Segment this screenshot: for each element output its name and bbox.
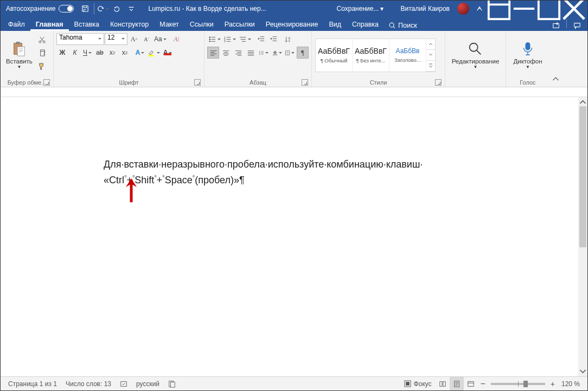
styles-launcher[interactable] [435,79,442,86]
collapse-ribbon-button[interactable] [549,73,561,85]
svg-rect-11 [41,52,45,56]
saving-status: Сохранение... [337,5,379,12]
coming-soon-icon[interactable] [472,1,487,17]
accessibility-icon[interactable] [164,377,180,390]
zoom-level[interactable]: 120 % [557,377,584,390]
spellcheck-icon[interactable] [116,377,132,390]
tab-help[interactable]: Справка [347,18,384,31]
line-spacing-button[interactable] [258,47,270,59]
align-right-button[interactable] [232,47,244,59]
zoom-in-button[interactable]: + [548,377,557,390]
read-mode-button[interactable] [436,377,450,391]
tab-design[interactable]: Конструктор [105,18,154,31]
close-button[interactable] [561,1,586,17]
font-name-select[interactable]: Tahoma [56,33,104,45]
scroll-thumb[interactable] [579,106,586,247]
tab-view[interactable]: Вид [323,18,347,31]
undo-button[interactable] [96,1,110,17]
justify-button[interactable] [245,47,257,59]
scroll-up-button[interactable] [578,97,587,106]
dictate-button[interactable]: Диктофон ▼ [510,33,545,77]
user-name[interactable]: Виталий Каиров [396,5,454,12]
shrink-font-button[interactable]: Aˇ [140,33,152,45]
text-effects-button[interactable]: A [134,47,146,59]
tab-mailings[interactable]: Рассылки [219,18,260,31]
minimize-button[interactable] [512,1,536,17]
change-case-button[interactable]: Aa [153,33,168,45]
scroll-down-button[interactable] [578,367,587,376]
clear-format-button[interactable]: A⧹ [171,33,183,45]
svg-rect-32 [468,381,474,386]
tab-file[interactable]: Файл [3,18,30,31]
italic-button[interactable]: К [69,47,81,59]
editing-button[interactable]: Редактирование ▼ [449,33,503,78]
zoom-knob[interactable] [523,381,528,387]
search-box[interactable]: Поиск [384,20,421,31]
align-left-button[interactable] [207,47,219,59]
tab-home[interactable]: Главная [30,18,69,31]
highlight-button[interactable] [146,47,161,59]
zoom-slider[interactable] [491,383,545,385]
style-no-spacing[interactable]: АаБбВвГ¶ Без инте... [353,39,389,72]
sort-button[interactable]: AZ [282,33,294,45]
svg-point-14 [209,36,210,37]
save-icon[interactable] [78,1,92,17]
saving-dd-icon[interactable]: ▾ [379,5,385,12]
qat-customize-icon[interactable] [124,1,138,17]
shading-button[interactable] [271,47,283,59]
page-viewport[interactable]: Для·вставки·неразрывного·пробела·использ… [1,97,578,376]
font-size-select[interactable]: 12 [105,33,127,45]
page-indicator[interactable]: Страница 1 из 1 [4,377,61,390]
autosave-toggle[interactable] [59,5,74,12]
indent-button[interactable] [267,33,279,45]
tab-references[interactable]: Ссылки [184,18,219,31]
styles-up[interactable] [426,39,435,50]
clipboard-launcher[interactable] [43,79,50,86]
styles-down[interactable] [426,50,435,61]
outdent-button[interactable] [255,33,267,45]
underline-button[interactable]: Ч [81,47,93,59]
tab-insert[interactable]: Вставка [69,18,105,31]
tab-review[interactable]: Рецензирование [260,18,324,31]
user-avatar[interactable] [457,3,469,15]
web-layout-button[interactable] [464,377,478,391]
ribbon-display-button[interactable] [487,1,512,17]
share-button[interactable] [548,20,564,31]
vertical-scrollbar[interactable] [578,97,587,376]
tab-layout[interactable]: Макет [154,18,184,31]
focus-mode[interactable]: Фокус [400,377,436,390]
styles-more[interactable] [426,61,435,72]
show-marks-button[interactable]: ¶ [297,47,309,59]
style-heading1[interactable]: АаБбВвЗаголово... [389,39,426,72]
bullets-button[interactable] [207,33,222,45]
grow-font-button[interactable]: A^ [128,33,140,45]
multilevel-button[interactable] [238,33,252,45]
styles-gallery: АаБбВвГ¶ Обычный АаБбВвГ¶ Без инте... Аа… [315,39,436,72]
maximize-button[interactable] [536,1,561,17]
cut-button[interactable] [36,34,48,46]
borders-button[interactable] [284,47,296,59]
language-indicator[interactable]: русский [132,377,164,390]
copy-button[interactable] [36,47,48,59]
superscript-button[interactable]: x2 [119,47,131,59]
group-styles-label: Стили [314,78,443,86]
svg-rect-8 [18,47,25,56]
format-painter-button[interactable] [36,60,48,72]
ruler[interactable] [1,87,587,97]
font-color-button[interactable]: A [162,47,174,59]
paragraph-launcher[interactable] [302,79,308,86]
comments-button[interactable] [569,20,585,31]
align-center-button[interactable] [220,47,232,59]
bold-button[interactable]: Ж [56,47,68,59]
word-count[interactable]: Число слов: 13 [61,377,116,390]
numbering-button[interactable]: 123 [222,33,237,45]
print-layout-button[interactable] [450,377,464,391]
style-normal[interactable]: АаБбВвГ¶ Обычный [316,39,353,72]
font-launcher[interactable] [194,79,201,86]
document-text[interactable]: Для·вставки·неразрывного·пробела·использ… [1,97,578,188]
redo-button[interactable] [110,1,124,17]
subscript-button[interactable]: x2 [106,47,118,59]
strike-button[interactable]: ab [94,47,106,59]
zoom-out-button[interactable]: − [478,377,487,390]
paste-button[interactable]: Вставить ▼ [3,33,36,77]
